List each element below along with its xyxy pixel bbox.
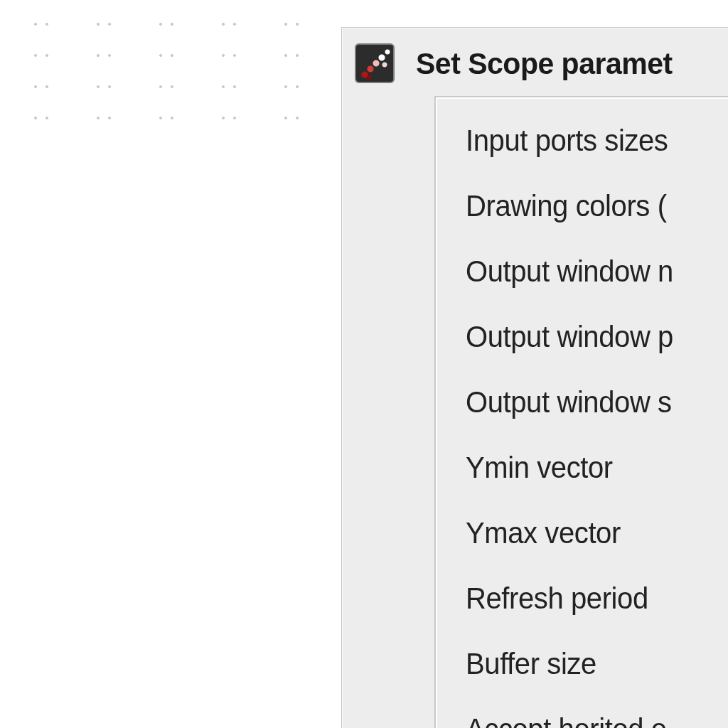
field-output-window-s: Output window s xyxy=(466,387,728,416)
scope-block-icon xyxy=(355,43,395,83)
field-output-window-n: Output window n xyxy=(466,257,728,285)
label-ymin-vector: Ymin vector xyxy=(466,452,613,483)
label-input-ports-sizes: Input ports sizes xyxy=(466,125,668,156)
label-buffer-size: Buffer size xyxy=(466,648,596,679)
field-accept-herited: Accept herited e xyxy=(466,714,728,728)
field-ymin-vector: Ymin vector xyxy=(466,453,728,481)
field-ymax-vector: Ymax vector xyxy=(466,518,728,547)
label-refresh-period: Refresh period xyxy=(466,583,648,614)
label-output-window-p: Output window p xyxy=(466,321,673,352)
scope-parameters-dialog: Set Scope paramet Input ports sizes Draw… xyxy=(341,27,728,728)
label-accept-herited: Accept herited e xyxy=(466,714,667,728)
field-buffer-size: Buffer size xyxy=(466,649,728,678)
field-input-ports-sizes: Input ports sizes xyxy=(466,126,728,154)
parameters-groupbox: Input ports sizes Drawing colors ( Outpu… xyxy=(434,96,728,728)
dialog-title-row: Set Scope paramet xyxy=(355,43,728,83)
label-output-window-s: Output window s xyxy=(466,387,672,417)
field-refresh-period: Refresh period xyxy=(466,584,728,612)
grid-dots xyxy=(0,0,320,128)
dialog-title: Set Scope paramet xyxy=(416,46,673,80)
label-drawing-colors: Drawing colors ( xyxy=(466,191,667,221)
field-drawing-colors: Drawing colors ( xyxy=(466,191,728,220)
label-output-window-n: Output window n xyxy=(466,256,673,287)
diagram-canvas[interactable] xyxy=(0,0,348,728)
label-ymax-vector: Ymax vector xyxy=(466,518,621,548)
field-output-window-p: Output window p xyxy=(466,322,728,350)
